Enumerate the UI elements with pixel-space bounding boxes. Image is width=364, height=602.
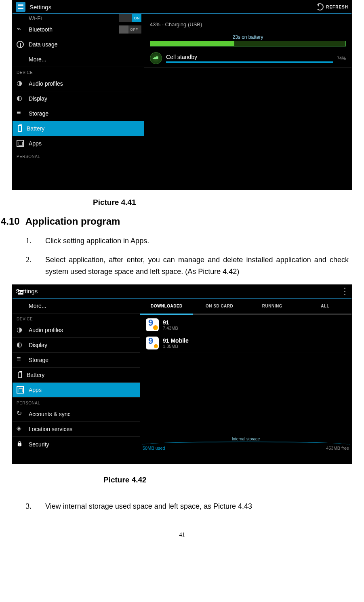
list-number: 2.	[26, 254, 34, 278]
sidebar-header-personal: PERSONAL	[13, 398, 140, 407]
app-list-item[interactable]: 91 7.43MB	[140, 316, 351, 334]
page-number: 41	[0, 520, 364, 538]
settings-sidebar: Wi-Fi ON Bluetooth OFF Data usage More..…	[13, 14, 144, 172]
sidebar-item-display[interactable]: Display	[13, 91, 144, 106]
battery-status-text: 43% - Charging (USB)	[144, 14, 351, 30]
battery-chart-line	[150, 41, 346, 46]
app-icon-91	[146, 318, 159, 331]
sidebar-item-bluetooth[interactable]: Bluetooth OFF	[13, 22, 144, 37]
tab-downloaded[interactable]: DOWNLOADED	[140, 304, 193, 308]
blank-icon	[17, 56, 24, 63]
app-name: 91 Mobile	[163, 337, 189, 344]
storage-free: 453MB free	[326, 446, 349, 450]
sidebar-label: Battery	[27, 125, 44, 132]
list-item: 2. Select application, after enter, you …	[26, 254, 349, 278]
figure-caption-2: Picture 4.42	[0, 468, 364, 501]
app-name: 91	[163, 319, 178, 326]
sidebar-item-data-usage[interactable]: Data usage	[13, 37, 144, 52]
storage-summary: Internal storage 50MB used 453MB free	[140, 437, 351, 452]
overflow-menu-button[interactable]	[344, 288, 346, 295]
wifi-toggle[interactable]: ON	[119, 14, 141, 22]
app-size: 7.43MB	[163, 326, 178, 330]
refresh-button[interactable]: REFRESH	[316, 3, 348, 11]
sidebar-label: Accounts & sync	[29, 411, 71, 417]
sidebar-label: Apps	[29, 387, 42, 393]
sidebar-item-security[interactable]: Security	[13, 437, 140, 452]
cell-standby-icon	[150, 52, 162, 64]
sidebar-label: Location services	[29, 426, 72, 432]
tab-all[interactable]: ALL	[299, 304, 351, 308]
sidebar-label: Battery	[27, 372, 44, 378]
sidebar-item-accounts-sync[interactable]: Accounts & sync	[13, 407, 140, 422]
titlebar-title: Settings	[29, 4, 51, 11]
battery-chart[interactable]: 23s on battery	[144, 30, 351, 49]
battery-chart-label: 23s on battery	[150, 34, 346, 40]
settings-app-icon	[16, 2, 25, 12]
battery-item-name: Cell standby	[166, 54, 333, 60]
sidebar-item-location[interactable]: Location services	[13, 422, 140, 437]
sidebar-item-display[interactable]: Display	[13, 338, 140, 353]
sidebar-label: Audio profiles	[29, 327, 63, 333]
list-text: Select application, after enter, you can…	[45, 254, 349, 278]
app-size: 1.35MB	[163, 344, 189, 349]
battery-usage-item[interactable]: Cell standby 74%	[144, 49, 351, 68]
apps-tabs: DOWNLOADED ON SD CARD RUNNING ALL	[140, 299, 351, 315]
sidebar-item-more[interactable]: More...	[13, 52, 144, 67]
sidebar-header-device: DEVICE	[13, 314, 140, 323]
tab-sdcard[interactable]: ON SD CARD	[193, 304, 246, 308]
sidebar-item-battery[interactable]: Battery	[13, 368, 140, 383]
sidebar-item-storage[interactable]: Storage	[13, 106, 144, 121]
storage-used: 50MB used	[143, 446, 165, 450]
figure-caption-1: Picture 4.41	[0, 194, 364, 216]
app-icon-91-mobile	[146, 337, 159, 349]
sidebar-header-personal: PERSONAL	[13, 151, 144, 160]
heading-text: Application program	[25, 216, 120, 227]
sidebar-label: Display	[29, 342, 47, 348]
sidebar-label: Bluetooth	[29, 26, 53, 33]
list-number: 3.	[26, 501, 34, 512]
heading-number: 4.10	[1, 216, 20, 227]
refresh-label: REFRESH	[326, 5, 348, 9]
storage-icon	[17, 356, 24, 364]
sidebar-label: Security	[29, 441, 49, 448]
tab-running[interactable]: RUNNING	[246, 304, 299, 308]
sidebar-header-device: DEVICE	[13, 67, 144, 76]
section-heading: 4.10 Application program	[0, 216, 364, 235]
storage-label: Internal storage	[230, 437, 262, 441]
battery-item-percent: 74%	[337, 56, 346, 61]
battery-icon	[18, 372, 22, 378]
sidebar-item-more[interactable]: More...	[13, 299, 140, 314]
sidebar-item-wifi[interactable]: Wi-Fi ON	[13, 14, 144, 22]
apps-detail-pane: DOWNLOADED ON SD CARD RUNNING ALL 91 7.4…	[140, 299, 351, 452]
battery-icon	[18, 125, 22, 132]
sync-icon	[17, 410, 24, 418]
sidebar-label: Data usage	[29, 41, 58, 48]
display-icon	[17, 95, 24, 102]
screenshot-battery-settings: Settings REFRESH Wi-Fi ON Bluetooth OFF	[12, 0, 352, 190]
sidebar-item-audio[interactable]: Audio profiles	[13, 323, 140, 338]
list-number: 1.	[26, 235, 34, 247]
location-icon	[17, 425, 24, 433]
storage-icon	[17, 110, 24, 117]
sidebar-label: Apps	[29, 140, 42, 147]
sidebar-label: More...	[29, 303, 46, 309]
sidebar-item-apps[interactable]: Apps	[13, 136, 144, 151]
sidebar-label: Display	[29, 95, 47, 102]
sidebar-item-apps[interactable]: Apps	[13, 383, 140, 398]
sidebar-item-audio[interactable]: Audio profiles	[13, 76, 144, 91]
sidebar-item-storage[interactable]: Storage	[13, 353, 140, 368]
app-list-item[interactable]: 91 Mobile 1.35MB	[140, 334, 351, 352]
battery-item-bar	[166, 61, 333, 63]
list-item: 1. Click setting application in Apps.	[26, 235, 349, 247]
sidebar-label: Storage	[29, 110, 48, 117]
sidebar-label: Audio profiles	[29, 80, 63, 87]
sidebar-item-battery[interactable]: Battery	[13, 121, 144, 136]
apps-icon	[17, 140, 24, 147]
battery-detail-pane: 43% - Charging (USB) 23s on battery Cell…	[144, 14, 351, 172]
data-usage-icon	[17, 41, 24, 48]
titlebar: Settings REFRESH	[13, 0, 351, 14]
sidebar-label: Wi-Fi	[29, 15, 42, 21]
bluetooth-toggle[interactable]: OFF	[119, 25, 141, 34]
settings-sidebar: More... DEVICE Audio profiles Display St…	[13, 299, 140, 452]
blank-icon	[17, 302, 24, 309]
